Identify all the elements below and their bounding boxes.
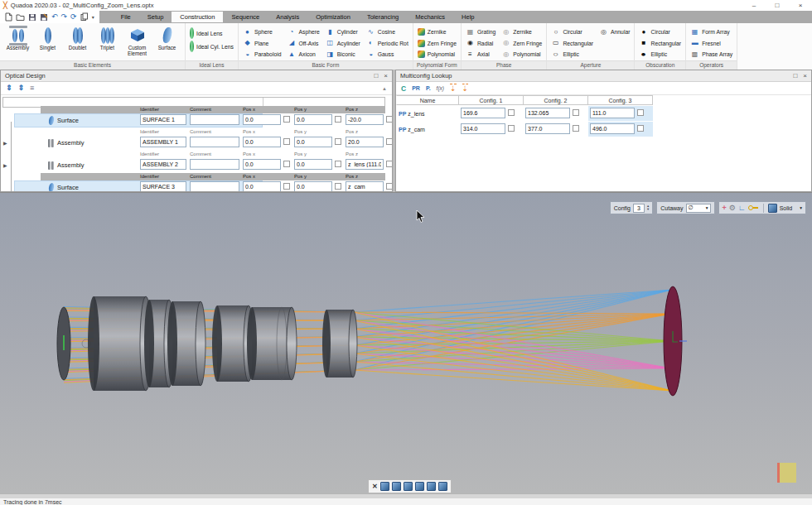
- aperture-rectangular-button[interactable]: ▭Rectangular: [551, 38, 593, 50]
- pos-y-field[interactable]: [294, 181, 332, 191]
- polynomial-phase-button[interactable]: ◎Polynomial: [501, 49, 542, 60]
- move-tool-icon[interactable]: +: [723, 204, 727, 212]
- menu-mechanics[interactable]: Mechanics: [407, 12, 453, 22]
- identifier-field[interactable]: [140, 137, 186, 147]
- save-icon[interactable]: [28, 10, 36, 25]
- polynomial-button[interactable]: Polynomial: [418, 49, 457, 60]
- pos-x-checkbox[interactable]: [283, 183, 290, 190]
- asphere-button[interactable]: ◔Asphere: [287, 26, 319, 38]
- axial-button[interactable]: ≡Axial: [466, 49, 495, 60]
- expand-all-icon[interactable]: ⇕: [6, 84, 12, 92]
- insert-column-before-icon[interactable]: ⇣: [450, 84, 457, 93]
- config-value-field[interactable]: 3: [633, 204, 645, 213]
- pos-x-field[interactable]: [243, 137, 281, 147]
- config2-checkbox[interactable]: [573, 109, 579, 116]
- pos-z-checkbox[interactable]: [386, 116, 392, 123]
- collapse-toolbar-icon[interactable]: ▲: [382, 86, 387, 91]
- pos-y-field[interactable]: [294, 137, 332, 147]
- new-file-icon[interactable]: [5, 10, 12, 25]
- pos-y-field[interactable]: [294, 159, 332, 170]
- table-row-z-lens[interactable]: PP z_lens: [396, 106, 653, 121]
- table-row-z-cam[interactable]: PP z_cam: [396, 122, 653, 137]
- periodic-rot-button[interactable]: ◐Periodic Rot: [366, 38, 408, 50]
- config3-value-field[interactable]: [590, 108, 635, 118]
- comment-field[interactable]: [190, 114, 239, 125]
- pos-y-checkbox[interactable]: [335, 138, 341, 145]
- refresh-icon[interactable]: ⟳: [70, 13, 77, 21]
- pos-z-checkbox[interactable]: [386, 138, 392, 145]
- pickup-reference-icon[interactable]: PR: [412, 85, 420, 91]
- custom-element-button[interactable]: Custom Element: [123, 25, 151, 57]
- column-header-config1[interactable]: Config. 1: [459, 95, 524, 105]
- config3-value-field[interactable]: [590, 123, 635, 134]
- pos-y-checkbox[interactable]: [335, 161, 341, 167]
- table-row-surface-1[interactable]: Identifier Comment Pos x Pos y Pos z Sur…: [2, 106, 385, 128]
- view-cube-2-icon[interactable]: [392, 482, 401, 491]
- pos-z-field[interactable]: [346, 114, 384, 125]
- acylinder-button[interactable]: ◫Acylinder: [326, 38, 360, 50]
- table-row-surface-3[interactable]: Identifier Comment Pos x Pos y Pos z Sur…: [2, 173, 385, 191]
- pos-x-field[interactable]: [243, 181, 281, 191]
- menu-file[interactable]: File: [113, 12, 139, 22]
- undo-icon[interactable]: ↶: [51, 13, 58, 21]
- config2-value-field[interactable]: [525, 108, 570, 118]
- pos-z-checkbox[interactable]: [386, 183, 392, 190]
- cosine-button[interactable]: ∿Cosine: [366, 26, 408, 38]
- plane-button[interactable]: ◆Plane: [243, 38, 282, 50]
- form-array-button[interactable]: ▦Form Array: [690, 26, 732, 38]
- config2-value-field[interactable]: [525, 123, 570, 134]
- axes-tool-icon[interactable]: ∟: [738, 204, 746, 212]
- view-cube-3-icon[interactable]: [404, 482, 413, 491]
- sphere-button[interactable]: ●Sphere: [243, 26, 282, 38]
- identifier-field[interactable]: [140, 181, 186, 191]
- pos-y-field[interactable]: [294, 114, 332, 125]
- paraboloid-button[interactable]: ◖Paraboloid: [243, 49, 282, 60]
- menu-sequence[interactable]: Sequence: [223, 12, 268, 22]
- aperture-annular-button[interactable]: ◎Annular: [599, 26, 630, 38]
- menu-setup[interactable]: Setup: [139, 12, 172, 22]
- config3-checkbox[interactable]: [637, 109, 644, 116]
- column-header-name[interactable]: Name: [396, 95, 459, 105]
- close-button-icon[interactable]: ×: [789, 0, 812, 11]
- minimize-button-icon[interactable]: –: [742, 0, 766, 11]
- view-cube-5-icon[interactable]: [427, 482, 436, 491]
- menu-tolerancing[interactable]: Tolerancing: [359, 12, 407, 22]
- redo-icon[interactable]: ↷: [61, 13, 68, 21]
- aperture-circular-button[interactable]: ○Circular: [551, 26, 593, 38]
- pos-z-checkbox[interactable]: [386, 161, 392, 167]
- pos-y-checkbox[interactable]: [335, 183, 341, 190]
- pos-z-field[interactable]: [346, 159, 384, 170]
- zern-fringe-poly-button[interactable]: Zern Fringe: [418, 38, 457, 50]
- menu-help[interactable]: Help: [453, 12, 482, 22]
- config1-checkbox[interactable]: [508, 109, 515, 116]
- off-axis-button[interactable]: ◢Off-Axis: [287, 38, 319, 50]
- menu-construction[interactable]: Construction: [172, 12, 223, 22]
- cutaway-dropdown[interactable]: ∅ ▾: [686, 204, 711, 213]
- identifier-field[interactable]: [140, 159, 186, 170]
- cylinder-button[interactable]: ▮Cylinder: [326, 26, 360, 38]
- identifier-field[interactable]: [140, 114, 186, 125]
- grating-button[interactable]: ▦Grating: [466, 26, 495, 38]
- column-header-config2[interactable]: Config. 2: [524, 95, 588, 105]
- zernike-phase-button[interactable]: ◎Zernike: [501, 26, 542, 38]
- list-options-icon[interactable]: ≡: [30, 84, 34, 92]
- maximize-button-icon[interactable]: □: [766, 0, 789, 11]
- comment-field[interactable]: [190, 137, 239, 147]
- menu-analysis[interactable]: Analysis: [268, 12, 307, 22]
- pos-x-field[interactable]: [243, 159, 281, 170]
- function-icon[interactable]: f(x): [437, 85, 444, 91]
- pickup-icon[interactable]: P.: [426, 85, 431, 91]
- close-panel-icon[interactable]: ×: [384, 72, 388, 79]
- settings-gear-icon[interactable]: ⚙: [729, 204, 736, 212]
- fit-view-icon[interactable]: ✕: [372, 483, 378, 490]
- pos-z-field[interactable]: [346, 181, 384, 191]
- axicon-button[interactable]: ▲Axicon: [287, 49, 319, 60]
- pos-x-checkbox[interactable]: [283, 116, 290, 123]
- comment-field[interactable]: [190, 159, 239, 170]
- zernike-poly-button[interactable]: Zernike: [418, 26, 457, 38]
- expand-node-icon[interactable]: ▶: [3, 140, 7, 146]
- view-cube-6-icon[interactable]: [438, 482, 447, 491]
- assembly-button[interactable]: Assembly: [4, 25, 31, 57]
- view-cube-4-icon[interactable]: [415, 482, 424, 491]
- copy-dropdown-caret-icon[interactable]: ▾: [92, 15, 94, 20]
